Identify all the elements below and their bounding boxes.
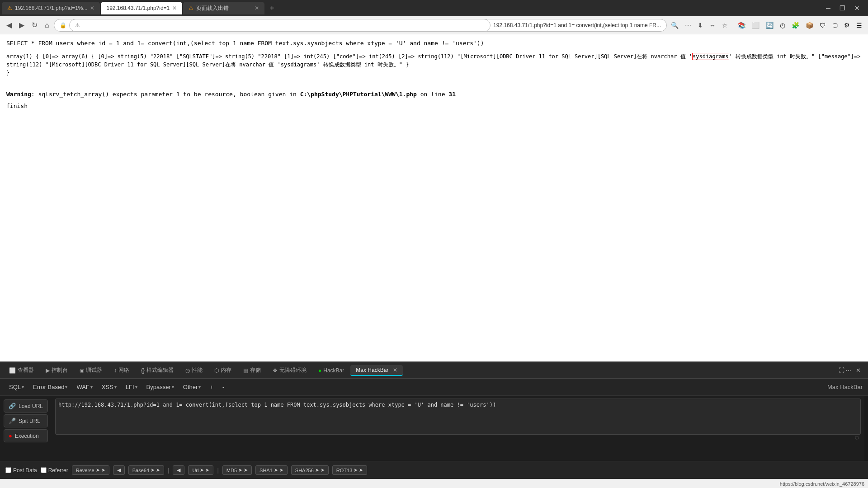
sync-icon[interactable]: ↔ <box>707 20 718 31</box>
base64-back-button[interactable]: ◀ <box>173 465 184 475</box>
settings-icon[interactable]: ⚙ <box>842 20 852 31</box>
sha1-label: SHA1 <box>259 468 273 473</box>
spit-url-label: Spit URL <box>19 418 40 424</box>
storage-icon: ▦ <box>243 367 248 374</box>
container-icon[interactable]: 🛡 <box>817 20 828 31</box>
sha1-button[interactable]: SHA1 ➤ ➤ <box>255 465 288 475</box>
spit-url-icon: 🎤 <box>9 418 16 424</box>
referrer-input[interactable] <box>41 467 47 473</box>
md5-arrow: ➤ <box>238 467 242 473</box>
tab-2[interactable]: 192.168.43.71/1.php?id=1 ✕ <box>101 2 182 14</box>
url-text: 192.168.43.71/1.php?id=1 and 1= convert(… <box>493 22 661 28</box>
firefox-sync-icon[interactable]: 🔄 <box>764 20 776 31</box>
search-icon[interactable]: 🔍 <box>669 20 681 31</box>
sha256-button[interactable]: SHA256 ➤ ➤ <box>291 465 329 475</box>
devtools-close-button[interactable]: ✕ <box>856 367 861 374</box>
base64-button[interactable]: Base64 ➤ ➤ <box>128 465 164 475</box>
tab-maxhackbar[interactable]: Max HackBar ✕ <box>350 365 403 376</box>
load-url-button[interactable]: 🔗 Load URL <box>4 399 48 413</box>
reverse-button[interactable]: Reverse ➤ ➤ <box>72 465 109 475</box>
tab-accessibility[interactable]: ❖ 无障碍环境 <box>267 365 312 376</box>
reverse-label: Reverse <box>76 468 94 473</box>
menu-error-based[interactable]: Error Based ▾ <box>29 382 71 392</box>
tab-perf[interactable]: ◷ 性能 <box>180 365 208 376</box>
extensions-icon[interactable]: 🧩 <box>789 20 802 31</box>
tab3-warning-icon: ⚠ <box>189 5 193 11</box>
hackbar-url-input[interactable]: http://192.168.43.71/1.php?id=1 and 1= c… <box>55 399 861 435</box>
close-window-button[interactable]: ✕ <box>852 5 863 12</box>
tab-maxhackbar-close[interactable]: ✕ <box>393 367 397 373</box>
tab1-title: 192.168.43.71/1.php?id=1%... <box>15 5 87 11</box>
post-data-checkbox[interactable]: Post Data <box>5 467 37 474</box>
execution-button[interactable]: ● Execution <box>4 429 48 442</box>
bookmarks-library-icon[interactable]: 📚 <box>736 20 748 31</box>
restore-button[interactable]: ❐ <box>837 5 848 12</box>
md5-label: MD5 <box>226 468 237 473</box>
perf-icon: ◷ <box>185 367 190 374</box>
reverse-back-button[interactable]: ◀ <box>113 465 125 475</box>
hackbar-scroll-area[interactable] <box>864 396 868 461</box>
tab-network[interactable]: ↕ 网络 <box>108 365 135 376</box>
refresh-button[interactable]: ↻ <box>29 19 40 31</box>
address-bar[interactable]: 🔒 ⚠ 192.168.43.71/1.php?id=1 and 1= conv… <box>54 19 667 32</box>
resize-handle[interactable]: ⬡ <box>55 435 861 441</box>
history-icon[interactable]: ◷ <box>778 20 788 31</box>
tab-storage[interactable]: ▦ 存储 <box>238 365 266 376</box>
file-path: C:\phpStudy\PHPTutorial\WWW\1.php <box>300 91 417 98</box>
hackbar-left-buttons: 🔗 Load URL 🎤 Spit URL ● Execution <box>0 396 52 461</box>
tab-inspector[interactable]: ⬜ 查看器 <box>4 365 39 376</box>
menu-icon[interactable]: ⋯ <box>683 20 693 31</box>
tab-bar: ⚠ 192.168.43.71/1.php?id=1%... ✕ 192.168… <box>0 0 868 16</box>
expand-devtools-button[interactable]: ⛶ <box>839 367 844 374</box>
url-button[interactable]: Url ➤ ➤ <box>188 465 213 475</box>
firefox-menu-icon[interactable]: ☰ <box>854 20 864 31</box>
menu-bypasser[interactable]: Bypasser ▾ <box>143 382 178 392</box>
menu-xss[interactable]: XSS ▾ <box>98 382 120 392</box>
rot13-button[interactable]: ROT13 ➤ ➤ <box>332 465 367 475</box>
tab-maxhackbar-label: Max HackBar <box>356 367 388 373</box>
menu-lfi[interactable]: LFI ▾ <box>122 382 141 392</box>
addon-icon[interactable]: ⬡ <box>830 20 840 31</box>
minimize-button[interactable]: ─ <box>823 5 833 12</box>
tab-3[interactable]: ⚠ 页面载入出错 ✕ <box>183 2 264 14</box>
tab3-close[interactable]: ✕ <box>255 5 259 11</box>
hackbar-url-area: http://192.168.43.71/1.php?id=1 and 1= c… <box>52 396 864 461</box>
new-tab-button[interactable]: + <box>265 2 278 14</box>
tab1-close[interactable]: ✕ <box>90 5 94 11</box>
tab2-close[interactable]: ✕ <box>172 5 177 11</box>
spit-url-button[interactable]: 🎤 Spit URL <box>4 414 48 427</box>
tab-hackbar[interactable]: ● HackBar <box>313 366 349 375</box>
menu-other[interactable]: Other ▾ <box>179 382 205 392</box>
menu-sql[interactable]: SQL ▾ <box>5 382 28 392</box>
pipe2: | <box>217 467 218 474</box>
base64-back-arrow: ◀ <box>177 467 180 473</box>
bookmark-icon[interactable]: ☆ <box>720 20 730 31</box>
menu-add[interactable]: + <box>206 382 217 392</box>
forward-button[interactable]: ▶ <box>16 19 27 31</box>
hackbar-icon: ● <box>318 367 321 374</box>
menu-minus[interactable]: - <box>219 382 228 392</box>
tab-debugger[interactable]: ◉ 调试器 <box>74 365 108 376</box>
tab-groups-icon[interactable]: ⬜ <box>750 20 762 31</box>
menu-sql-arrow: ▾ <box>22 385 24 389</box>
back-button[interactable]: ◀ <box>4 19 14 31</box>
load-url-icon: 🔗 <box>9 403 16 409</box>
downloads-icon[interactable]: ⬇ <box>695 20 705 31</box>
tab-console[interactable]: ▶ 控制台 <box>40 365 73 376</box>
warning-section: Warning: sqlsrv_fetch_array() expects pa… <box>6 81 862 99</box>
post-data-input[interactable] <box>5 467 11 473</box>
referrer-checkbox[interactable]: Referrer <box>41 467 68 474</box>
pocket-icon[interactable]: 📦 <box>803 20 816 31</box>
tab-network-label: 网络 <box>118 366 129 374</box>
menu-bypasser-arrow: ▾ <box>172 385 174 389</box>
tab-1[interactable]: ⚠ 192.168.43.71/1.php?id=1%... ✕ <box>2 2 100 14</box>
highlighted-word: sysdiagrams <box>692 53 729 60</box>
pipe1: | <box>168 467 169 474</box>
devtools-more-button[interactable]: ⋯ <box>845 367 851 374</box>
menu-waf[interactable]: WAF ▾ <box>73 382 96 392</box>
tab-style[interactable]: {} 样式编辑器 <box>136 365 179 376</box>
tab-memory[interactable]: ⬡ 内存 <box>209 365 237 376</box>
home-button[interactable]: ⌂ <box>42 19 52 31</box>
md5-button[interactable]: MD5 ➤ ➤ <box>222 465 252 475</box>
sha1-arrow: ➤ <box>274 467 278 473</box>
